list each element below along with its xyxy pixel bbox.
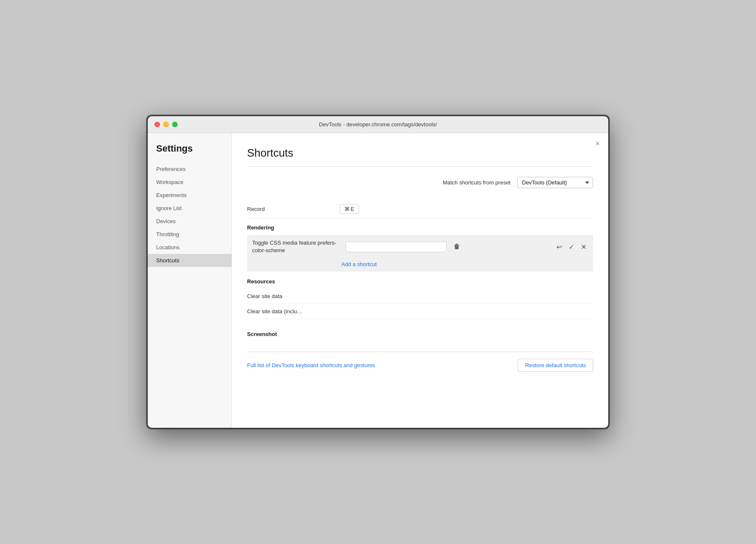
resources-section-header: Resources bbox=[247, 272, 593, 289]
footer-link[interactable]: Full list of DevTools keyboard shortcuts… bbox=[247, 362, 375, 368]
screenshot-section-header: Screenshot bbox=[247, 325, 593, 341]
sidebar-item-locations[interactable]: Locations bbox=[148, 241, 232, 254]
record-key-letter: E bbox=[351, 206, 354, 212]
record-row: Record ⌘ E bbox=[247, 200, 593, 219]
add-shortcut-row: Add a shortcut bbox=[247, 259, 593, 272]
traffic-lights bbox=[154, 122, 178, 127]
sidebar-item-workspace[interactable]: Workspace bbox=[148, 176, 232, 189]
svg-rect-0 bbox=[455, 244, 458, 245]
sidebar-item-experiments[interactable]: Experiments bbox=[148, 189, 232, 202]
close-window-button[interactable] bbox=[154, 122, 160, 127]
title-bar: DevTools - developer.chrome.com/tags/dev… bbox=[148, 116, 608, 133]
rendering-item-name: Toggle CSS media feature prefers-color-s… bbox=[252, 239, 341, 254]
trash-icon bbox=[453, 243, 460, 250]
window: DevTools - developer.chrome.com/tags/dev… bbox=[148, 116, 608, 428]
record-key-symbol: ⌘ bbox=[344, 206, 350, 212]
cancel-icon: ✕ bbox=[581, 243, 586, 251]
sidebar-item-ignore-list[interactable]: Ignore List bbox=[148, 202, 232, 215]
sidebar-item-shortcuts[interactable]: Shortcuts bbox=[148, 254, 232, 267]
shortcuts-body: Record ⌘ E Rendering Toggle CSS media fe… bbox=[247, 200, 593, 341]
panel-title: Shortcuts bbox=[247, 147, 593, 160]
delete-shortcut-button[interactable] bbox=[452, 242, 462, 252]
sidebar-item-throttling[interactable]: Throttling bbox=[148, 228, 232, 241]
confirm-icon: ✓ bbox=[569, 243, 574, 251]
panel-footer: Full list of DevTools keyboard shortcuts… bbox=[247, 352, 593, 372]
preset-row: Match shortcuts from preset DevTools (De… bbox=[247, 177, 593, 188]
record-label: Record bbox=[247, 206, 340, 212]
preset-select[interactable]: DevTools (Default) Visual Studio Code bbox=[517, 177, 593, 188]
rendering-block: Toggle CSS media feature prefers-color-s… bbox=[247, 235, 593, 272]
screenshot-section: Screenshot bbox=[247, 319, 593, 341]
maximize-window-button[interactable] bbox=[172, 122, 178, 127]
resource-item-1: Clear site data (inclu… bbox=[247, 304, 593, 319]
rendering-section-header: Rendering bbox=[247, 219, 593, 235]
sidebar-item-preferences[interactable]: Preferences bbox=[148, 163, 232, 176]
preset-label: Match shortcuts from preset bbox=[443, 179, 511, 186]
restore-defaults-button[interactable]: Restore default shortcuts bbox=[518, 359, 593, 372]
undo-button[interactable]: ↩ bbox=[555, 241, 564, 253]
add-shortcut-link[interactable]: Add a shortcut bbox=[341, 261, 377, 267]
svg-rect-1 bbox=[454, 245, 459, 245]
content-panel: × Shortcuts Match shortcuts from preset … bbox=[232, 133, 608, 428]
sidebar: Settings Preferences Workspace Experimen… bbox=[148, 133, 232, 428]
confirm-button[interactable]: ✓ bbox=[567, 241, 576, 253]
resource-item-0: Clear site data bbox=[247, 289, 593, 304]
sidebar-heading: Settings bbox=[148, 143, 232, 163]
cancel-shortcut-button[interactable]: ✕ bbox=[579, 241, 588, 253]
rendering-row: Toggle CSS media feature prefers-color-s… bbox=[247, 235, 593, 259]
minimize-window-button[interactable] bbox=[163, 122, 169, 127]
undo-icon: ↩ bbox=[556, 243, 562, 251]
close-panel-button[interactable]: × bbox=[595, 140, 600, 147]
panel-divider bbox=[247, 166, 593, 167]
sidebar-item-devices[interactable]: Devices bbox=[148, 215, 232, 228]
window-wrapper: DevTools - developer.chrome.com/tags/dev… bbox=[146, 115, 610, 429]
window-title: DevTools - developer.chrome.com/tags/dev… bbox=[319, 121, 437, 128]
main-content: Settings Preferences Workspace Experimen… bbox=[148, 133, 608, 428]
shortcut-input[interactable] bbox=[346, 242, 447, 252]
record-key-badge: ⌘ E bbox=[340, 204, 359, 214]
action-icons: ↩ ✓ ✕ bbox=[555, 241, 588, 253]
